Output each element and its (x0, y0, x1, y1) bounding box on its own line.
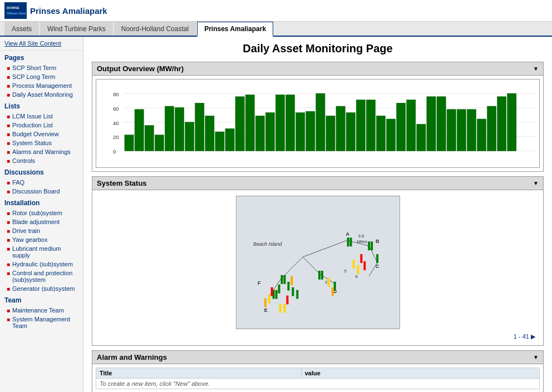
tab-assets[interactable]: Assets (4, 22, 39, 36)
view-all-link[interactable]: View All Site Content (0, 37, 83, 51)
sidebar-item-lubricant[interactable]: ■Lubricant medium supply (0, 244, 83, 260)
sidebar-item-blade[interactable]: ■Blade adjustment (0, 217, 83, 226)
sidebar-item-drive-train[interactable]: ■Drive train (0, 226, 83, 235)
svg-rect-26 (255, 116, 264, 151)
svg-rect-35 (346, 113, 355, 151)
svg-text:E: E (264, 307, 267, 313)
svg-text:60: 60 (113, 106, 119, 112)
sidebar-item-system-mgmt-team[interactable]: ■System Management Team (0, 315, 83, 330)
svg-rect-97 (363, 261, 366, 270)
bullet-icon: ■ (7, 122, 10, 128)
svg-rect-17 (165, 106, 174, 151)
sidebar-item-production-list[interactable]: ■Production List (0, 121, 83, 130)
svg-rect-18 (175, 107, 184, 151)
sidebar-item-budget[interactable]: ■Budget Overview (0, 130, 83, 138)
svg-rect-101 (290, 276, 293, 285)
alarm-col-title: Title (96, 368, 302, 379)
alarm-warnings-content: Title value To create a new item, click … (92, 364, 544, 392)
svg-rect-51 (507, 93, 516, 151)
svg-rect-87 (287, 282, 289, 291)
svg-rect-91 (357, 265, 359, 274)
sidebar-item-rotor[interactable]: ■Rotor (sub)system (0, 209, 83, 217)
sidebar-item-faq[interactable]: ■FAQ (0, 178, 83, 187)
output-overview-label: Output Overview (MW/hr) (97, 64, 184, 73)
svg-rect-21 (205, 116, 214, 151)
svg-rect-80 (321, 271, 323, 280)
bullet-icon: ■ (7, 180, 10, 186)
svg-text:B: B (376, 239, 379, 244)
bullet-icon: ■ (7, 307, 10, 314)
bullet-icon: ■ (7, 158, 10, 164)
svg-rect-78 (376, 254, 378, 263)
svg-rect-20 (195, 103, 204, 151)
alarm-warnings-header[interactable]: Alarm and Warnings ▼ (92, 350, 544, 364)
svg-text:40: 40 (113, 120, 119, 126)
svg-rect-28 (275, 95, 284, 151)
sidebar-item-discussion-board[interactable]: ■Discussion Board (0, 187, 83, 196)
output-overview-header[interactable]: Output Overview (MW/hr) ▼ (92, 62, 544, 76)
svg-rect-43 (427, 97, 436, 151)
bullet-icon: ■ (7, 228, 10, 234)
sidebar-section-lists: Lists (0, 99, 83, 112)
sidebar-item-generator[interactable]: ■Generator (sub)system (0, 284, 83, 293)
sidebar: View All Site Content Pages ■SCP Short T… (0, 37, 83, 392)
pagination[interactable]: 1 - 41 ▶ (96, 331, 540, 342)
wind-farm-map: Beach Island 3.6 Miles (236, 196, 400, 329)
svg-text:2: 2 (324, 280, 327, 285)
bullet-icon: ■ (7, 113, 10, 120)
alarm-warnings-label: Alarm and Warnings (97, 353, 167, 361)
svg-rect-32 (316, 93, 325, 151)
sidebar-item-system-status[interactable]: ■System Status (0, 138, 83, 147)
svg-rect-92 (327, 278, 329, 287)
pagination-text[interactable]: 1 - 41 ▶ (514, 333, 535, 340)
sidebar-item-hydraulic[interactable]: ■Hydraulic (sub)system (0, 260, 83, 269)
bullet-icon: ■ (7, 261, 10, 267)
svg-rect-44 (437, 97, 446, 151)
svg-rect-46 (457, 110, 466, 151)
tab-prinses-amaliapark[interactable]: Prinses Amaliapark (197, 22, 273, 37)
svg-rect-25 (245, 95, 254, 151)
system-status-header[interactable]: System Status ▼ (92, 176, 544, 190)
svg-rect-93 (268, 295, 270, 304)
sidebar-item-controls[interactable]: ■Controls (0, 156, 83, 165)
sidebar-item-maintenance-team[interactable]: ■Maintenance Team (0, 306, 83, 315)
sidebar-item-control-protection[interactable]: ■Control and protection (sub)system (0, 269, 83, 284)
svg-rect-23 (225, 128, 234, 151)
alarm-table: Title value To create a new item, click … (96, 368, 540, 389)
tab-wind-turbine-parks[interactable]: Wind Turbine Parks (40, 22, 113, 36)
sidebar-item-lcm[interactable]: ■LCM Issue List (0, 112, 83, 121)
sidebar-item-yaw[interactable]: ■Yaw gearbox (0, 235, 83, 244)
svg-text:A: A (346, 231, 349, 237)
bullet-icon: ■ (7, 270, 10, 276)
chevron-down-icon: ▼ (533, 66, 539, 72)
map-svg: Beach Island 3.6 Miles (236, 196, 400, 329)
bullet-icon: ■ (7, 246, 10, 252)
svg-rect-94 (279, 304, 281, 312)
system-status-label: System Status (97, 179, 147, 187)
svg-text:Offshore Wind: Offshore Wind (7, 12, 26, 15)
svg-text:C: C (376, 264, 379, 269)
bullet-icon: ■ (7, 74, 10, 80)
svg-rect-53 (236, 196, 400, 329)
svg-rect-96 (360, 254, 362, 263)
svg-text:Beach Island: Beach Island (253, 241, 282, 247)
sidebar-item-scp-long-term[interactable]: ■SCP Long Term (0, 72, 83, 81)
tab-noord-holland[interactable]: Noord-Holland Coastal (114, 22, 196, 36)
sidebar-item-scp-short-term[interactable]: ■SCP Short Term (0, 63, 83, 72)
svg-rect-34 (336, 106, 345, 151)
svg-rect-13 (125, 135, 134, 151)
bullet-icon: ■ (7, 83, 10, 89)
svg-rect-77 (371, 241, 373, 250)
svg-rect-86 (278, 285, 280, 294)
svg-rect-38 (376, 116, 385, 151)
top-header: DOWSE Offshore Wind Prinses Amaliapark (0, 0, 552, 22)
sidebar-item-process-mgmt[interactable]: ■Process Management (0, 81, 83, 90)
sidebar-section-discussions: Discussions (0, 165, 83, 178)
svg-rect-102 (264, 298, 266, 307)
sidebar-item-daily-asset[interactable]: ■Daily Asset Monitoring (0, 90, 83, 99)
svg-rect-48 (477, 119, 486, 151)
svg-rect-79 (318, 271, 320, 280)
sidebar-item-alarms[interactable]: ■Alarms and Warnings (0, 147, 83, 156)
svg-rect-42 (417, 124, 426, 151)
layout: View All Site Content Pages ■SCP Short T… (0, 37, 552, 392)
